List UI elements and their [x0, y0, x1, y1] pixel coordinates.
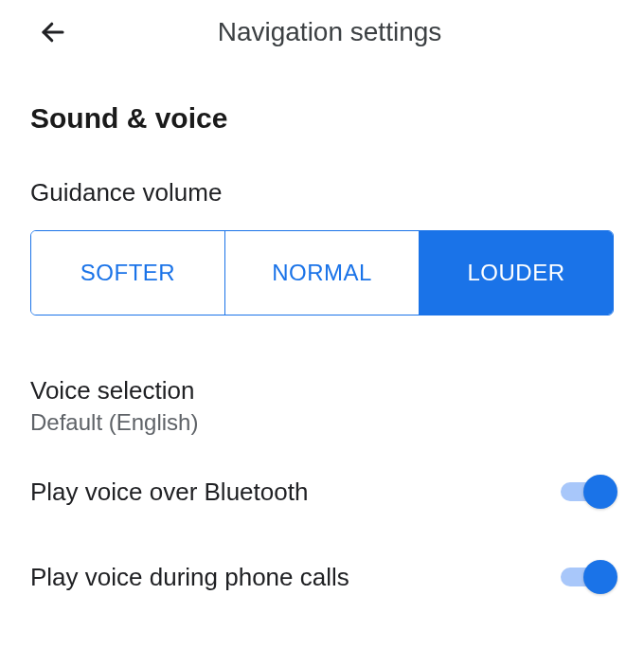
voice-selection-text: Voice selection Default (English)	[30, 376, 198, 436]
section-header-sound-voice: Sound & voice	[30, 102, 614, 135]
guidance-volume-selector: SOFTER NORMAL LOUDER	[30, 230, 614, 315]
bluetooth-text: Play voice over Bluetooth	[30, 478, 308, 507]
voice-selection-row[interactable]: Voice selection Default (English)	[30, 363, 614, 449]
bluetooth-switch[interactable]	[561, 473, 614, 511]
switch-thumb	[583, 560, 617, 594]
phone-calls-label: Play voice during phone calls	[30, 563, 349, 592]
bluetooth-label: Play voice over Bluetooth	[30, 478, 308, 507]
voice-selection-value: Default (English)	[30, 409, 198, 436]
segment-softer[interactable]: SOFTER	[31, 231, 224, 315]
segment-louder[interactable]: LOUDER	[419, 231, 613, 315]
phone-calls-row[interactable]: Play voice during phone calls	[30, 534, 614, 620]
guidance-volume-label: Guidance volume	[30, 178, 614, 207]
phone-calls-text: Play voice during phone calls	[30, 563, 349, 592]
content: Sound & voice Guidance volume SOFTER NOR…	[0, 64, 644, 620]
bluetooth-row[interactable]: Play voice over Bluetooth	[30, 449, 614, 534]
phone-calls-switch[interactable]	[561, 558, 614, 596]
switch-thumb	[583, 475, 617, 509]
page-title: Navigation settings	[34, 17, 644, 47]
app-bar: Navigation settings	[0, 0, 644, 64]
segment-normal[interactable]: NORMAL	[224, 231, 419, 315]
voice-selection-label: Voice selection	[30, 376, 198, 406]
